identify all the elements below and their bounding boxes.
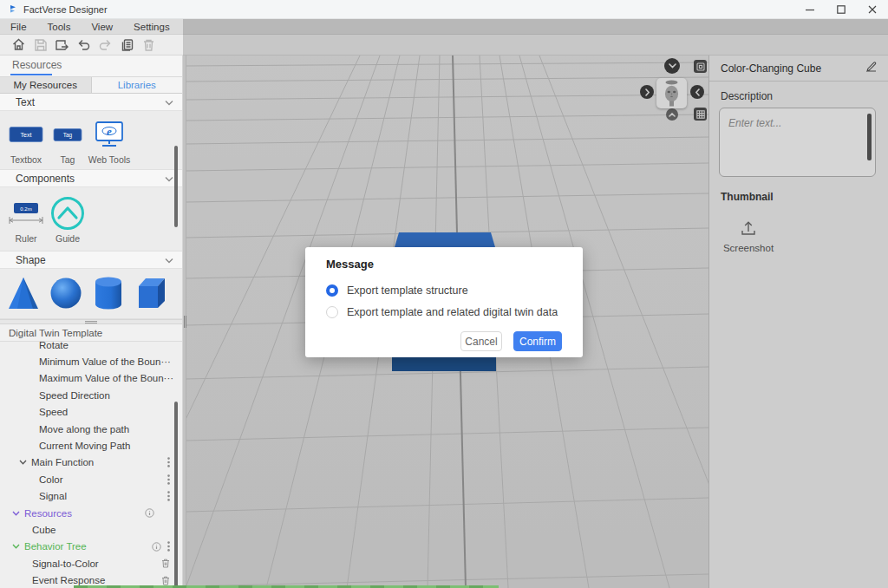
tree-item-maximum-value[interactable]: Maximum Value of the Boun···	[0, 370, 182, 387]
tab-libraries[interactable]: Libraries	[92, 77, 183, 93]
palette-label: Guide	[56, 233, 80, 244]
option-export-with-data[interactable]: Export template and related digital twin…	[326, 301, 562, 323]
palette-label: Ruler	[15, 233, 36, 244]
tree-item-rotate[interactable]: Rotate	[0, 342, 182, 353]
app-title: FactVerse Designer	[23, 4, 108, 15]
undo-button[interactable]	[73, 36, 95, 55]
web-tools-icon: e	[94, 115, 125, 154]
more-options-icon[interactable]	[167, 474, 170, 485]
component-items: 0.2m Ruler Guide	[0, 187, 182, 252]
more-options-icon[interactable]	[167, 491, 170, 501]
guide-icon	[49, 194, 86, 232]
resources-panel-title[interactable]: Resources	[12, 59, 62, 71]
chevron-down-icon[interactable]	[12, 511, 24, 516]
tree-item-minimum-value[interactable]: Minimum Value of the Boun···	[0, 353, 182, 369]
tree-item-speed-direction[interactable]: Speed Direction	[0, 387, 182, 403]
export-dialog: Message Export template structure Export…	[305, 247, 583, 357]
shape-cylinder[interactable]	[92, 274, 125, 312]
tree-item-signal-to-color[interactable]: Signal-to-Color	[0, 555, 182, 572]
menu-tools[interactable]: Tools	[37, 22, 82, 32]
section-title-text: Text	[16, 96, 35, 108]
chevron-down-icon	[165, 254, 173, 266]
sidebar-scrollbar[interactable]	[174, 146, 178, 227]
delete-button[interactable]	[138, 36, 160, 55]
home-button[interactable]	[8, 36, 29, 55]
resource-tabs: My Resources Libraries	[0, 76, 182, 94]
svg-text:0.2m: 0.2m	[20, 206, 31, 212]
palette-item-guide[interactable]: Guide	[47, 187, 88, 251]
textbox-icon: Text	[9, 115, 43, 154]
menu-settings[interactable]: Settings	[123, 22, 180, 32]
tree-item-behavior-tree[interactable]: Behavior Tree	[0, 539, 182, 555]
option-export-structure[interactable]: Export template structure	[326, 279, 562, 301]
menu-view[interactable]: View	[81, 22, 123, 32]
delete-icon[interactable]	[161, 559, 170, 568]
tree-item-signal[interactable]: Signal	[0, 488, 182, 505]
info-icon[interactable]	[145, 508, 154, 518]
palette-label: Web Tools	[88, 154, 131, 165]
more-options-icon[interactable]	[167, 457, 170, 467]
section-title-shape: Shape	[16, 254, 46, 266]
copy-button[interactable]	[116, 36, 138, 55]
svg-text:Text: Text	[21, 132, 32, 138]
window-controls	[794, 0, 888, 18]
radio-unselected-icon[interactable]	[326, 306, 338, 318]
radio-selected-icon[interactable]	[326, 284, 338, 297]
template-tree: Rotate Minimum Value of the Boun··· Maxi…	[0, 342, 182, 588]
app-logo-icon	[8, 4, 18, 15]
minimize-button[interactable]	[794, 0, 826, 18]
palette-label: Textbox	[10, 154, 42, 165]
palette-item-ruler[interactable]: 0.2m Ruler	[5, 187, 47, 251]
menu-file[interactable]: File	[0, 22, 37, 32]
template-panel-title: Digital Twin Template	[9, 328, 102, 338]
palette-item-tag[interactable]: Tag Tag	[47, 111, 88, 169]
tag-icon: Tag	[53, 115, 82, 154]
resize-grip-icon	[85, 321, 97, 323]
chevron-down-icon[interactable]	[12, 544, 24, 549]
tree-item-main-function[interactable]: Main Function	[0, 454, 182, 471]
text-items: Text Textbox Tag Tag e Web Tools	[0, 111, 182, 170]
tab-my-resources[interactable]: My Resources	[0, 77, 92, 93]
redo-button[interactable]	[95, 36, 116, 55]
palette-item-web-tools[interactable]: e Web Tools	[88, 111, 130, 169]
save-as-button[interactable]	[51, 36, 73, 55]
shape-items	[0, 269, 182, 319]
tree-item-resources[interactable]: Resources	[0, 505, 182, 521]
tree-item-cube[interactable]: Cube	[0, 521, 182, 538]
shape-sphere[interactable]	[49, 274, 82, 312]
save-button[interactable]	[29, 36, 51, 55]
tree-item-color[interactable]: Color	[0, 471, 182, 487]
tree-item-current-moving-path[interactable]: Current Moving Path	[0, 437, 182, 454]
ruler-icon: 0.2m	[8, 194, 44, 232]
tree-item-move-along-path[interactable]: Move along the path	[0, 421, 182, 437]
info-icon[interactable]	[152, 542, 161, 552]
section-header-shape[interactable]: Shape	[0, 252, 182, 269]
shape-pyramid[interactable]	[7, 274, 40, 312]
tree-scrollbar[interactable]	[174, 402, 178, 588]
template-panel-header: Digital Twin Template	[0, 324, 182, 342]
section-title-components: Components	[16, 173, 75, 185]
close-button[interactable]	[857, 0, 888, 18]
confirm-button[interactable]: Confirm	[513, 331, 562, 351]
palette-label: Tag	[61, 154, 75, 165]
resources-sidebar: Resources My Resources Libraries Text Te…	[0, 56, 183, 588]
svg-text:Tag: Tag	[63, 132, 73, 139]
chevron-down-icon	[165, 173, 173, 185]
shape-cube[interactable]	[134, 274, 167, 312]
more-options-icon[interactable]	[167, 541, 170, 552]
section-header-text[interactable]: Text	[0, 94, 182, 111]
palette-item-textbox[interactable]: Text Textbox	[5, 111, 47, 169]
chevron-down-icon	[165, 96, 173, 108]
section-header-components[interactable]: Components	[0, 170, 182, 187]
cancel-button[interactable]: Cancel	[460, 331, 502, 351]
title-bar: FactVerse Designer	[0, 0, 888, 19]
maximize-button[interactable]	[826, 0, 857, 18]
resources-panel-header: Resources	[0, 56, 182, 76]
dialog-buttons: Cancel Confirm	[326, 331, 562, 351]
delete-icon[interactable]	[161, 576, 170, 585]
chevron-down-icon[interactable]	[19, 460, 31, 465]
tree-item-speed[interactable]: Speed	[0, 404, 182, 421]
dialog-title: Message	[326, 258, 562, 271]
active-tab-underline	[10, 74, 52, 75]
